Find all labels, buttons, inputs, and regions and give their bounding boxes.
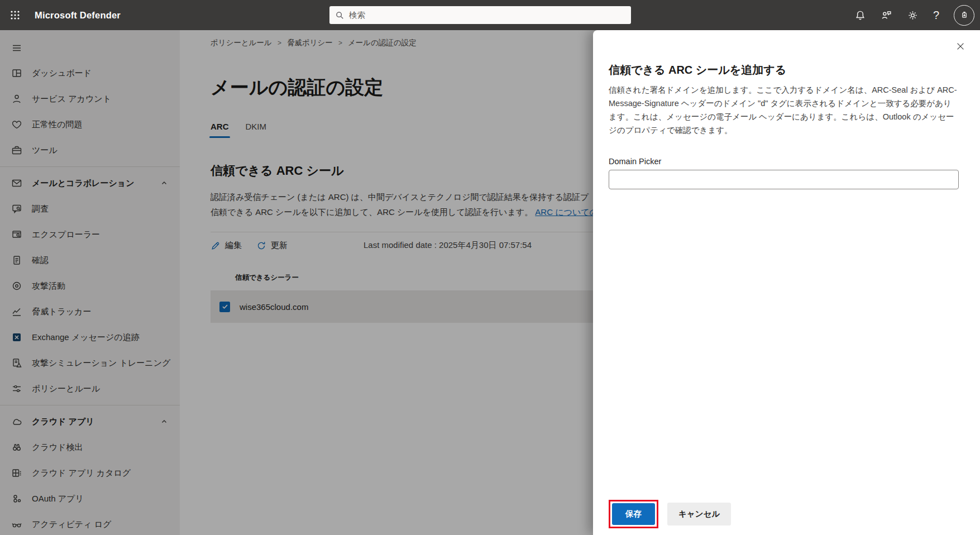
app-launcher-icon[interactable] (0, 0, 30, 30)
close-icon[interactable] (954, 40, 967, 52)
search-icon (335, 11, 345, 20)
panel-description: 信頼された署名ドメインを追加します。ここで入力するドメイン名は、ARC-Seal… (609, 83, 959, 137)
add-trusted-arc-seal-panel: 信頼できる ARC シールを追加する 信頼された署名ドメインを追加します。ここで… (593, 30, 980, 535)
save-button-highlight: 保存 (609, 500, 658, 528)
notifications-bell-icon[interactable] (854, 9, 866, 21)
app-header: Microsoft Defender (0, 0, 980, 30)
search-input[interactable] (349, 11, 625, 20)
global-search[interactable] (329, 6, 631, 24)
settings-gear-icon[interactable] (907, 9, 919, 21)
save-button[interactable]: 保存 (612, 503, 655, 525)
feedback-icon[interactable] (881, 9, 892, 21)
panel-footer: 保存 キャンセル (609, 500, 731, 528)
app-title: Microsoft Defender (35, 10, 121, 21)
cancel-button[interactable]: キャンセル (667, 503, 731, 526)
account-avatar[interactable] (954, 5, 974, 26)
help-icon[interactable]: ? (933, 9, 939, 22)
panel-title: 信頼できる ARC シールを追加する (609, 63, 959, 78)
domain-picker-input[interactable] (609, 170, 959, 189)
domain-picker-label: Domain Picker (609, 157, 959, 166)
